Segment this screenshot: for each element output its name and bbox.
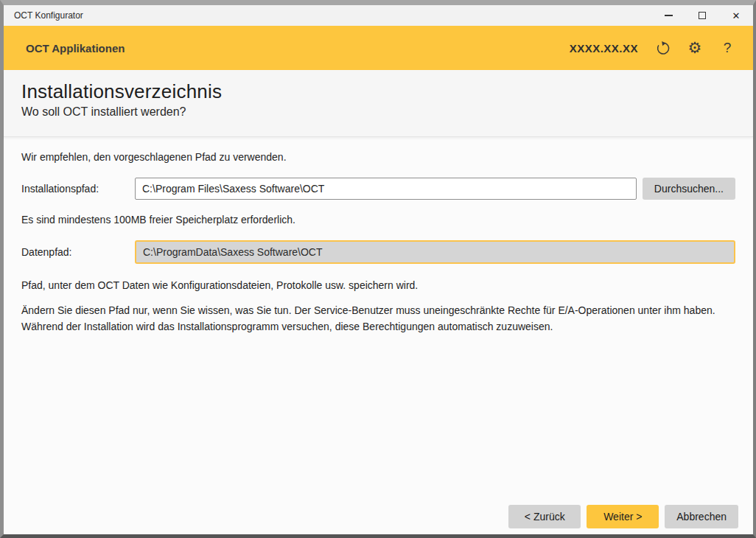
page-heading: Installationsverzeichnis Wo soll OCT ins…: [4, 70, 753, 137]
data-path-label: Datenpfad:: [21, 246, 135, 258]
warning-text: Ändern Sie diesen Pfad nur, wenn Sie wis…: [21, 302, 735, 335]
data-path-input[interactable]: [135, 240, 735, 264]
help-icon[interactable]: ?: [719, 40, 735, 56]
maximize-icon: [699, 12, 706, 19]
app-title: OCT Applikationen: [26, 42, 570, 55]
version-label: XXXX.XX.XX: [570, 42, 638, 55]
app-header-actions: XXXX.XX.XX ⚙ ?: [570, 40, 735, 56]
refresh-icon[interactable]: [654, 40, 671, 56]
browse-button[interactable]: Durchsuchen...: [643, 178, 735, 200]
install-path-label: Installationspfad:: [21, 183, 135, 195]
data-path-row: Datenpfad:: [21, 240, 735, 264]
titlebar: OCT Konfigurator ✕: [4, 5, 753, 26]
minimize-button[interactable]: [651, 5, 685, 26]
app-header: OCT Applikationen XXXX.XX.XX ⚙ ?: [4, 26, 753, 70]
install-path-row: Installationspfad: Durchsuchen...: [21, 178, 735, 200]
content-area: Wir empfehlen, den vorgeschlagenen Pfad …: [4, 137, 753, 505]
back-button[interactable]: < Zurück: [508, 505, 581, 528]
installer-window: OCT Konfigurator ✕ OCT Applikationen XXX…: [0, 0, 756, 538]
disk-space-note: Es sind mindestens 100MB freier Speicher…: [21, 213, 735, 227]
window-controls: ✕: [651, 5, 753, 26]
close-button[interactable]: ✕: [719, 5, 753, 26]
minimize-icon: [665, 15, 673, 16]
page-title: Installationsverzeichnis: [21, 80, 735, 103]
cancel-button[interactable]: Abbrechen: [665, 505, 738, 528]
data-path-note: Pfad, unter dem OCT Daten wie Konfigurat…: [21, 279, 735, 293]
settings-gear-icon[interactable]: ⚙: [687, 40, 703, 56]
window-title: OCT Konfigurator: [4, 10, 651, 21]
maximize-button[interactable]: [685, 5, 719, 26]
close-icon: ✕: [732, 11, 741, 21]
install-path-input[interactable]: [135, 178, 637, 200]
footer-buttons: < Zurück Weiter > Abbrechen: [4, 505, 753, 534]
page-subtitle: Wo soll OCT installiert werden?: [21, 105, 735, 119]
intro-text: Wir empfehlen, den vorgeschlagenen Pfad …: [21, 150, 735, 164]
next-button[interactable]: Weiter >: [587, 505, 659, 528]
